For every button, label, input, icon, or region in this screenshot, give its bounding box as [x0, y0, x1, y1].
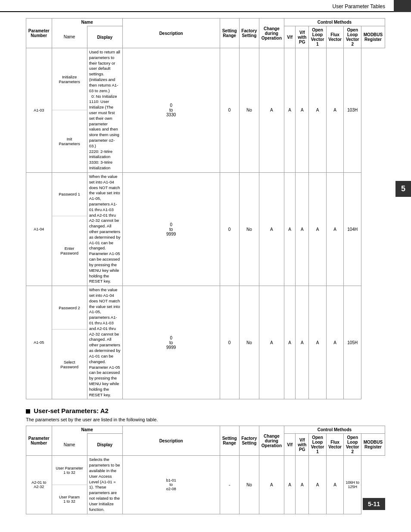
t2-cell-setting-a201: b1-01too2-08	[122, 456, 220, 514]
t2-col-subheader-vfpg: V/fwithPG	[296, 434, 309, 456]
table2-header-row1: ParameterNumber Name Description Setting…	[26, 426, 385, 434]
cell-setting-a103: 0to3330	[122, 48, 220, 173]
cell-param-a103: A1-03	[26, 48, 52, 173]
col-header-param: ParameterNumber	[26, 19, 52, 48]
t2-col-header-desc: Description	[122, 426, 220, 456]
cell-vfpg-a103: A	[284, 48, 296, 173]
header-bar	[394, 0, 411, 12]
t2-col-subheader-openloop1: OpenLoopVector1	[309, 434, 327, 456]
cell-factory-a104: 0	[220, 172, 239, 286]
cell-flux-a104: A	[309, 172, 327, 286]
col-subheader-openloop1: OpenLoopVector1	[309, 26, 327, 48]
cell-display-a103: InitParameters	[52, 110, 87, 172]
t2-cell-change-a201: No	[239, 456, 259, 514]
cell-ol1-a105: A	[296, 286, 309, 399]
t2-cell-desc-a201: Selects the parameters to be available i…	[87, 456, 122, 514]
cell-setting-a104: 0to9999	[122, 172, 220, 286]
cell-vf-a105: A	[259, 286, 284, 399]
col-header-control-methods: Control Methods	[284, 19, 385, 26]
col-header-desc: Description	[122, 19, 220, 48]
cell-desc-a105: When the value set into A1-04 does NOT m…	[87, 286, 122, 399]
section2-subtitle: The parameters set by the user are liste…	[26, 417, 385, 422]
cell-vf-a103: A	[259, 48, 284, 173]
cell-ol2-a104: A	[326, 172, 344, 286]
col-subheader-openloop2: OpenLoopVector2	[344, 26, 361, 48]
cell-desc-a104: When the value set into A1-04 does NOT m…	[87, 172, 122, 286]
cell-flux-a103: A	[309, 48, 327, 173]
col-header-factory: FactorySetting	[239, 19, 259, 48]
cell-vfpg-a105: A	[284, 286, 296, 399]
t2-cell-vf-a201: A	[259, 456, 284, 514]
cell-factory-a103: 0	[220, 48, 239, 173]
t2-cell-vfpg-a201: A	[284, 456, 296, 514]
t2-cell-modbus-a201: 106H to125H	[344, 456, 361, 514]
cell-name-top-a103: InitializeParameters	[52, 48, 87, 110]
cell-modbus-a104: 104H	[344, 172, 361, 286]
cell-vf-a104: A	[259, 172, 284, 286]
cell-factory-a105: 0	[220, 286, 239, 399]
t2-col-subheader-openloop2: OpenLoopVector2	[344, 434, 361, 456]
t2-cell-display-a201: User Param1 to 32	[52, 485, 87, 514]
table-row-a103: A1-03 InitializeParameters Used to retur…	[26, 48, 385, 110]
parameter-table-a2: ParameterNumber Name Description Setting…	[26, 426, 385, 514]
col-subheader-vfpg: V/fwithPG	[296, 26, 309, 48]
cell-param-a104: A1-04	[26, 172, 52, 286]
t2-cell-ol2-a201: A	[326, 456, 344, 514]
table-row-a105: A1-05 Password 2 When the value set into…	[26, 286, 385, 330]
cell-ol1-a103: A	[296, 48, 309, 173]
cell-desc-a103: Used to return all parameters to their f…	[87, 48, 122, 173]
cell-ol2-a105: A	[326, 286, 344, 399]
col-subheader-flux: FluxVector	[326, 26, 344, 48]
cell-ol2-a103: A	[326, 48, 344, 173]
col-header-change: ChangeduringOperation	[259, 19, 284, 48]
cell-display-a104: EnterPassword	[52, 216, 87, 286]
t2-col-subheader-modbus: MODBUSRegister	[361, 434, 385, 456]
cell-modbus-a103: 103H	[344, 48, 361, 173]
t2-cell-ol1-a201: A	[296, 456, 309, 514]
section2-title: User-set Parameters: A2	[26, 407, 385, 414]
header-title: User Parameter Tables	[333, 3, 386, 9]
t2-col-header-setting: SettingRange	[220, 426, 239, 456]
cell-setting-a105: 0to9999	[122, 286, 220, 399]
cell-flux-a105: A	[309, 286, 327, 399]
cell-display-a105: SelectPassword	[52, 329, 87, 399]
cell-change-a104: No	[239, 172, 259, 286]
col-subheader-display: Display	[87, 26, 122, 48]
t2-col-header-control-methods: Control Methods	[284, 426, 385, 434]
cell-change-a103: No	[239, 48, 259, 173]
col-subheader-vf: V/f	[284, 26, 296, 48]
table2-row-a201-a232: A2-01 toA2-32 User Parameter1 to 32 Sele…	[26, 456, 385, 485]
cell-name-top-a105: Password 2	[52, 286, 87, 330]
table-row-a104: A1-04 Password 1 When the value set into…	[26, 172, 385, 216]
cell-vfpg-a104: A	[284, 172, 296, 286]
t2-col-subheader-flux: FluxVector	[326, 434, 344, 456]
t2-cell-factory-a201: -	[220, 456, 239, 514]
content-area: ParameterNumber Name Description Setting…	[0, 14, 411, 519]
section-bullet-icon	[26, 409, 30, 414]
t2-col-subheader-name: Name	[52, 434, 87, 456]
t2-cell-name-top-a201: User Parameter1 to 32	[52, 456, 87, 485]
t2-col-header-param: ParameterNumber	[26, 426, 52, 456]
t2-col-subheader-display: Display	[87, 434, 122, 456]
t2-cell-param-a201: A2-01 toA2-32	[26, 456, 52, 514]
cell-name-top-a104: Password 1	[52, 172, 87, 216]
cell-ol1-a104: A	[296, 172, 309, 286]
t2-cell-flux-a201: A	[309, 456, 327, 514]
col-header-setting: SettingRange	[220, 19, 239, 48]
table-header-row1: ParameterNumber Name Description Setting…	[26, 19, 385, 26]
page-header: User Parameter Tables	[0, 0, 411, 12]
cell-param-a105: A1-05	[26, 286, 52, 399]
col-header-name: Name	[52, 19, 122, 26]
cell-change-a105: No	[239, 286, 259, 399]
t2-col-header-factory: FactorySetting	[239, 426, 259, 456]
cell-modbus-a105: 105H	[344, 286, 361, 399]
page-number: 5-11	[363, 498, 385, 510]
t2-col-header-change: ChangeduringOperation	[259, 426, 284, 456]
col-subheader-modbus: MODBUSRegister	[361, 26, 385, 48]
t2-col-header-name: Name	[52, 426, 122, 434]
col-subheader-name: Name	[52, 26, 87, 48]
t2-col-subheader-vf: V/f	[284, 434, 296, 456]
parameter-table-a1: ParameterNumber Name Description Setting…	[26, 18, 385, 399]
